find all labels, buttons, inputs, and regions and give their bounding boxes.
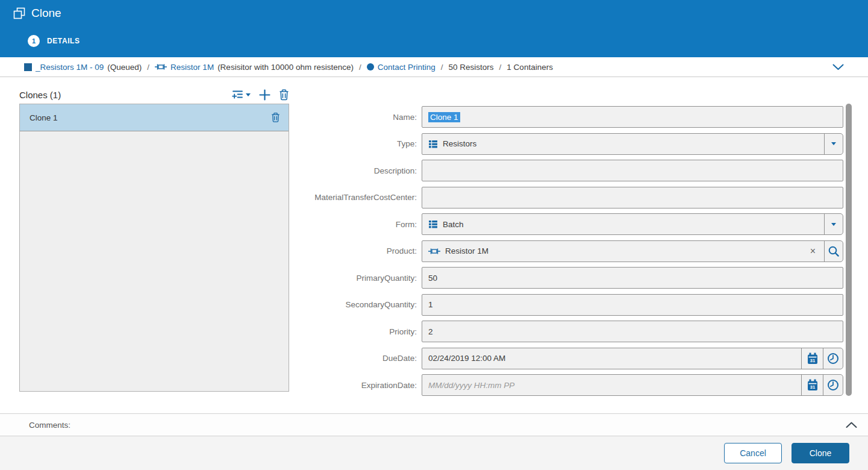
form-value: Batch xyxy=(443,220,464,229)
secondary-quantity-label: SecondaryQuantity: xyxy=(255,300,422,309)
form-row-primary-quantity: PrimaryQuantity: 50 xyxy=(255,267,843,289)
form-field[interactable]: Batch xyxy=(422,213,843,235)
due-date-input[interactable]: 02/24/2019 12:00 AM xyxy=(422,348,801,369)
description-input[interactable] xyxy=(422,160,843,181)
breadcrumb-expand-chevron-down-icon[interactable] xyxy=(832,64,844,70)
clone-button[interactable]: Clone xyxy=(792,443,849,463)
form-row-type: Type: Resistors xyxy=(255,133,843,155)
clone-details-form: Name: Clone 1 Type: Resistors xyxy=(255,106,843,396)
calendar-icon: 31 xyxy=(807,352,819,365)
entity-list-icon xyxy=(428,139,438,149)
add-clone-button[interactable] xyxy=(259,89,270,101)
title-bar: Clone 1 DETAILS xyxy=(0,0,868,57)
material-transfer-cost-center-label: MaterialTransferCostCenter: xyxy=(255,193,422,202)
breadcrumb-item-material[interactable]: _Resistors 1M - 09 (Queued) xyxy=(24,63,142,72)
step-number-badge: 1 xyxy=(28,35,40,47)
cancel-button[interactable]: Cancel xyxy=(724,443,782,463)
form-row-product: Product: Resistor 1M × xyxy=(255,240,843,262)
breadcrumb-item-step[interactable]: Contact Printing xyxy=(367,63,436,72)
due-date-label: DueDate: xyxy=(255,354,422,363)
product-input[interactable]: Resistor 1M × xyxy=(422,241,824,262)
product-field[interactable]: Resistor 1M × xyxy=(422,240,843,262)
product-resistor-icon xyxy=(428,246,440,256)
due-date-calendar-button[interactable]: 31 xyxy=(801,348,823,369)
breadcrumb-item-quantity: 50 Resistors xyxy=(449,63,494,72)
form-scrollbar[interactable] xyxy=(846,104,852,396)
name-input[interactable]: Clone 1 xyxy=(422,107,843,127)
breadcrumb-items: _Resistors 1M - 09 (Queued) / Resistor 1… xyxy=(24,62,832,72)
calendar-icon: 31 xyxy=(807,379,819,391)
description-label: Description: xyxy=(255,166,422,175)
expiration-date-field[interactable]: MM/dd/yyyy HH:mm PP 31 xyxy=(422,374,843,396)
product-label: Product: xyxy=(255,246,422,255)
wizard-step-details[interactable]: 1 DETAILS xyxy=(28,35,80,47)
name-selected-text: Clone 1 xyxy=(428,112,460,122)
primary-quantity-input[interactable]: 50 xyxy=(422,268,843,288)
trash-icon xyxy=(279,89,289,101)
comments-bar[interactable]: Comments: xyxy=(0,413,868,436)
breadcrumb-item-product[interactable]: Resistor 1M (Resisitor with 10000 ohm re… xyxy=(155,62,354,72)
secondary-quantity-input[interactable]: 1 xyxy=(422,295,843,315)
due-date-field[interactable]: 02/24/2019 12:00 AM 31 xyxy=(422,348,843,369)
step-circle-icon xyxy=(367,63,374,70)
priority-field[interactable]: 2 xyxy=(422,321,843,342)
expiration-date-label: ExpirationDate: xyxy=(255,381,422,390)
breadcrumb: _Resistors 1M - 09 (Queued) / Resistor 1… xyxy=(0,57,868,77)
name-field[interactable]: Clone 1 xyxy=(422,106,843,128)
chevron-down-icon xyxy=(831,223,836,226)
breadcrumb-detail: 1 Containers xyxy=(507,63,553,72)
breadcrumb-link[interactable]: _Resistors 1M - 09 xyxy=(36,63,104,72)
material-square-icon xyxy=(24,63,32,71)
type-dropdown-button[interactable] xyxy=(824,134,843,154)
form-dropdown-button[interactable] xyxy=(824,214,843,234)
comments-label: Comments: xyxy=(29,421,70,430)
type-label: Type: xyxy=(255,139,422,148)
chevron-down-icon xyxy=(831,142,836,145)
primary-quantity-field[interactable]: 50 xyxy=(422,267,843,289)
clones-panel-header: Clones (1) xyxy=(19,87,289,102)
comments-collapse-chevron-up-icon[interactable] xyxy=(846,422,857,428)
clock-icon xyxy=(827,352,839,365)
material-transfer-cost-center-field[interactable] xyxy=(422,187,843,208)
secondary-quantity-field[interactable]: 1 xyxy=(422,294,843,316)
type-value: Resistors xyxy=(443,139,476,148)
list-item-clone-1[interactable]: Clone 1 xyxy=(20,104,289,131)
breadcrumb-separator: / xyxy=(441,63,443,72)
product-clear-icon[interactable]: × xyxy=(808,246,818,256)
product-resistor-icon xyxy=(155,62,167,72)
form-row-form: Form: Batch xyxy=(255,213,843,235)
due-date-clock-button[interactable] xyxy=(823,348,843,369)
form-row-expiration-date: ExpirationDate: MM/dd/yyyy HH:mm PP 31 xyxy=(255,374,843,396)
product-search-button[interactable] xyxy=(824,241,843,262)
form-row-material-transfer-cost-center: MaterialTransferCostCenter: xyxy=(255,187,843,208)
add-multiple-clones-button[interactable] xyxy=(232,90,251,100)
svg-text:31: 31 xyxy=(810,384,814,390)
priority-input[interactable]: 2 xyxy=(422,321,843,342)
plus-icon xyxy=(259,89,270,101)
chevron-down-icon xyxy=(246,93,251,96)
search-icon xyxy=(828,245,840,257)
type-input[interactable]: Resistors xyxy=(422,134,824,154)
expiration-date-placeholder: MM/dd/yyyy HH:mm PP xyxy=(428,381,514,390)
material-transfer-cost-center-input[interactable] xyxy=(422,187,843,208)
form-row-priority: Priority: 2 xyxy=(255,321,843,342)
breadcrumb-separator: / xyxy=(147,63,149,72)
breadcrumb-separator: / xyxy=(499,63,502,72)
clones-panel-toolbar xyxy=(232,89,289,101)
type-field[interactable]: Resistors xyxy=(422,133,843,155)
breadcrumb-link[interactable]: Contact Printing xyxy=(378,63,436,72)
form-row-secondary-quantity: SecondaryQuantity: 1 xyxy=(255,294,843,316)
expiration-date-input[interactable]: MM/dd/yyyy HH:mm PP xyxy=(422,375,801,395)
breadcrumb-separator: / xyxy=(359,63,361,72)
expiration-date-clock-button[interactable] xyxy=(823,375,843,395)
delete-clones-button[interactable] xyxy=(279,89,289,101)
breadcrumb-link[interactable]: Resistor 1M xyxy=(170,63,214,72)
form-label: Form: xyxy=(255,220,422,229)
clock-icon xyxy=(827,379,839,391)
product-value: Resistor 1M xyxy=(445,246,489,255)
description-field[interactable] xyxy=(422,160,843,181)
breadcrumb-detail: (Resisitor with 10000 ohm resistence) xyxy=(217,63,354,72)
expiration-date-calendar-button[interactable]: 31 xyxy=(801,375,823,395)
form-input[interactable]: Batch xyxy=(422,214,824,234)
primary-quantity-label: PrimaryQuantity: xyxy=(255,274,422,283)
